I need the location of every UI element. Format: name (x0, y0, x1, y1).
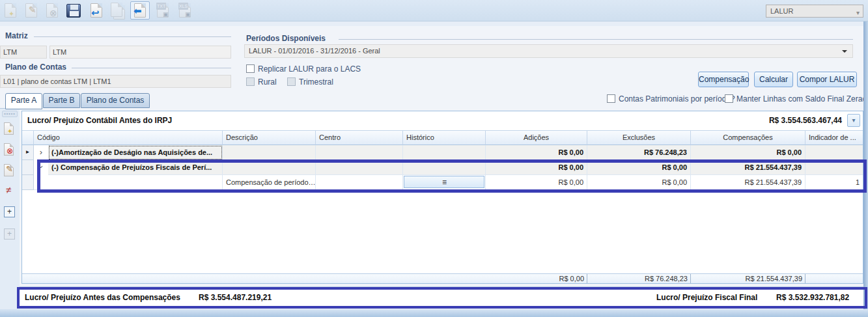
cell-exclusoes[interactable]: R$ 0,00 (587, 160, 691, 175)
lalur-window: ✦ ✎ ⊗ ↩ ⬅ TXT▣ XLS▣ LALUR▾ Matriz LTM LT… (0, 0, 868, 317)
cancel-icon[interactable]: ⊗ (44, 3, 61, 20)
compensacao-button[interactable]: Compensação (698, 72, 749, 87)
new-record-icon[interactable]: ✦ (3, 3, 20, 20)
edit-row-icon[interactable]: ✎ (3, 163, 17, 178)
edit-icon[interactable]: ✎ (23, 3, 40, 20)
grid-title-value: R$ 3.554.563.467,44 (769, 116, 842, 125)
row-selector[interactable]: ► (22, 145, 34, 160)
main-toolbar: ✦ ✎ ⊗ ↩ ⬅ TXT▣ XLS▣ LALUR▾ (0, 0, 868, 21)
cell-exclusoes[interactable]: R$ 0,00 (587, 175, 691, 190)
export-txt-icon[interactable]: TXT▣ (155, 3, 172, 20)
cell-historico[interactable] (403, 160, 486, 175)
expander-icon[interactable]: › (34, 145, 48, 160)
cell-historico[interactable] (403, 145, 486, 160)
report-type-value: LALUR (770, 7, 793, 15)
col-exclusoes[interactable]: Exclusões (587, 131, 691, 145)
collapse-chevron-button[interactable]: ▾ (847, 114, 860, 127)
lucro-antes-compensacoes-label: Lucro/ Prejuízo Antes das Compensações (25, 293, 180, 302)
table-row[interactable]: › (-) Compensação de Prejuízos Fiscais d… (22, 160, 863, 175)
cell-compensacoes[interactable]: R$ 0,00 (691, 145, 805, 160)
import-file-icon[interactable]: ⬅ (130, 1, 150, 20)
table-row[interactable]: Compensação de período… ≡ R$ 0,00 R$ 0,0… (22, 175, 863, 190)
manter-linhas-checkbox[interactable] (725, 94, 733, 103)
cell-indicador[interactable] (805, 145, 863, 160)
matriz-name-field[interactable]: LTM (49, 46, 231, 59)
add-row-icon[interactable]: ✦ (3, 122, 17, 136)
summary-compensacoes: R$ 21.554.437,39 (691, 274, 805, 283)
cell-descricao[interactable] (223, 160, 316, 175)
cell-indicador[interactable]: 1 (805, 175, 863, 190)
manter-linhas-label: Manter Linhas com Saldo Final Zerado (736, 94, 868, 103)
row-selector[interactable] (22, 160, 34, 175)
contas-patrimoniais-checkbox[interactable] (607, 94, 615, 103)
cell-adicoes[interactable]: R$ 0,00 (486, 175, 587, 190)
compor-lalur-button[interactable]: Compor LALUR (797, 72, 857, 87)
expander-icon[interactable]: › (34, 160, 48, 175)
cell-centro[interactable] (316, 160, 403, 175)
lucro-fiscal-final-value: R$ 3.532.932.781,82 (776, 293, 849, 302)
cell-centro[interactable] (316, 175, 403, 190)
window-bottom-border (0, 309, 868, 317)
matriz-code-field[interactable]: LTM (0, 46, 47, 59)
calcular-button[interactable]: Calcular (754, 72, 793, 87)
rural-checkbox[interactable] (246, 77, 255, 86)
historico-list-button[interactable]: ≡ (404, 176, 484, 188)
plano-contas-label: Plano de Contas (5, 62, 66, 72)
not-equal-icon[interactable]: ≠ (3, 186, 17, 200)
row-selector[interactable] (22, 175, 34, 190)
periodo-dropdown[interactable]: LALUR - 01/01/2016 - 31/12/2016 - Geral (244, 44, 853, 58)
table-row[interactable]: ► › (-)Amortização de Deságio nas Aquisi… (22, 145, 863, 160)
cell-descricao[interactable] (223, 145, 316, 160)
chevron-down-icon (842, 50, 847, 53)
col-codigo[interactable]: Código (34, 131, 223, 145)
lucro-antes-compensacoes-value: R$ 3.554.487.219,21 (199, 293, 272, 302)
contas-patrimoniais-label: Contas Patrimoniais por período? (619, 94, 735, 103)
col-centro[interactable]: Centro (316, 131, 403, 145)
replicar-lacs-checkbox[interactable] (246, 64, 255, 73)
row-selector-header (22, 131, 34, 145)
cell-compensacoes[interactable]: R$ 21.554.437,39 (691, 175, 805, 190)
periodos-label: Períodos Disponíveis (246, 34, 326, 43)
plano-contas-field[interactable]: L01 | plano de contas LTM | LTM1 (0, 75, 231, 88)
cell-centro[interactable] (316, 145, 403, 160)
cell-adicoes[interactable]: R$ 0,00 (486, 160, 587, 175)
cell-adicoes[interactable]: R$ 0,00 (486, 145, 587, 160)
toolbar-grip[interactable]: ••••• (2, 111, 18, 117)
lucro-fiscal-final-label: Lucro/ Prejuízo Fiscal Final (656, 293, 757, 302)
report-type-dropdown[interactable]: LALUR▾ (766, 5, 863, 18)
col-adicoes[interactable]: Adições (486, 131, 587, 145)
summary-exclusoes: R$ 76.248,23 (587, 274, 691, 283)
summary-adicoes: R$ 0,00 (486, 274, 587, 283)
cell-codigo[interactable]: (-)Amortização de Deságio nas Aquisições… (48, 145, 223, 160)
delete-row-icon[interactable]: ⊗ (3, 143, 17, 157)
cell-exclusoes[interactable]: R$ 76.248,23 (587, 145, 691, 160)
cell-indicador[interactable] (805, 160, 863, 175)
export-xls-icon[interactable]: XLS▣ (177, 3, 194, 20)
copy-icon[interactable] (109, 3, 126, 20)
add-plus-icon[interactable]: + (3, 205, 17, 219)
tab-parte-a[interactable]: Parte A (5, 93, 42, 109)
cell-descricao[interactable]: Compensação de período… (223, 175, 316, 190)
col-indicador[interactable]: Indicador de ... (805, 131, 863, 145)
cell-compensacoes[interactable]: R$ 21.554.437,39 (691, 160, 805, 175)
periodo-value: LALUR - 01/01/2016 - 31/12/2016 - Geral (249, 47, 380, 55)
undo-icon[interactable]: ↩ (89, 3, 105, 20)
save-icon[interactable] (65, 3, 82, 20)
tab-parte-b[interactable]: Parte B (43, 93, 80, 108)
col-historico[interactable]: Histórico (403, 131, 486, 145)
rural-label: Rural (258, 77, 277, 87)
col-descricao[interactable]: Descrição (223, 131, 316, 145)
col-compensacoes[interactable]: Compensações (691, 131, 805, 145)
replicar-lacs-label: Replicar LALUR para o LACS (258, 64, 361, 74)
chevron-down-icon: ▾ (856, 7, 860, 19)
add-plus-disabled-icon[interactable]: + (3, 227, 17, 241)
totals-bar: Lucro/ Prejuízo Antes das Compensações R… (20, 286, 863, 309)
grid-title-bar: Lucro/ Prejuízo Contábil Antes do IRPJ R… (22, 111, 863, 131)
grid-summary-row: R$ 0,00 R$ 76.248,23 R$ 21.554.437,39 (22, 273, 863, 283)
parte-a-grid: Lucro/ Prejuízo Contábil Antes do IRPJ R… (21, 111, 863, 284)
cell-codigo[interactable]: (-) Compensação de Prejuízos Fiscais de … (48, 160, 223, 175)
matriz-label: Matriz (5, 31, 28, 40)
row-edit-toolbar: ••••• ✦ ⊗ ✎ ≠ + + (0, 108, 20, 309)
tab-plano-de-contas[interactable]: Plano de Contas (81, 93, 150, 108)
trimestral-checkbox[interactable] (287, 77, 296, 86)
